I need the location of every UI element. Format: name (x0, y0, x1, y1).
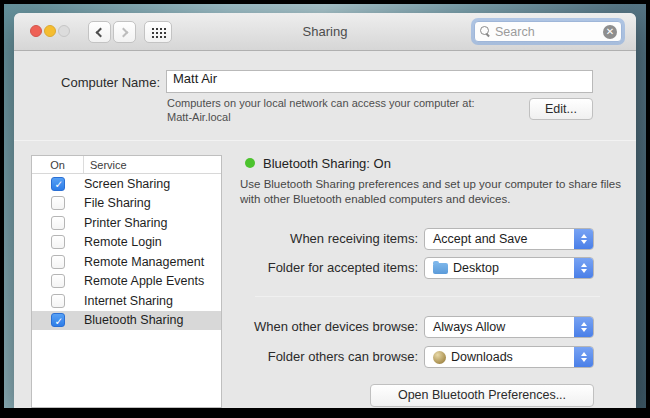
service-label: Screen Sharing (84, 177, 170, 191)
services-list: On Service Screen Sharing File Sharing P… (31, 155, 222, 408)
section-divider (14, 140, 636, 141)
dropdown-arrows-icon (574, 317, 593, 337)
dropdown-arrows-icon (574, 347, 593, 367)
service-label: Bluetooth Sharing (84, 313, 183, 327)
dropdown-value: Desktop (453, 261, 574, 275)
dropdown-arrows-icon (574, 258, 593, 278)
service-row-screen-sharing[interactable]: Screen Sharing (32, 174, 221, 194)
checkbox[interactable] (51, 255, 65, 269)
status-title: Bluetooth Sharing: On (263, 156, 391, 171)
service-label: Printer Sharing (84, 216, 167, 230)
service-label: Remote Login (84, 235, 162, 249)
checkbox[interactable] (51, 216, 65, 230)
checkbox[interactable] (51, 235, 65, 249)
checkbox[interactable] (51, 177, 65, 191)
search-input[interactable]: Search ✕ (474, 21, 622, 42)
service-label: File Sharing (84, 196, 151, 210)
computer-name-help: Computers on your local network can acce… (167, 97, 527, 124)
checkbox[interactable] (51, 294, 65, 308)
detail-divider (255, 296, 600, 297)
accepted-items-folder-dropdown[interactable]: Desktop (424, 257, 594, 279)
edit-button[interactable]: Edit... (529, 98, 593, 120)
service-row-remote-apple-events[interactable]: Remote Apple Events (32, 272, 221, 292)
computer-name-help-line2: Matt-Air.local (167, 111, 527, 125)
checkbox[interactable] (51, 274, 65, 288)
computer-name-field[interactable]: Matt Air (166, 70, 593, 93)
browse-folder-label: Folder others can browse: (208, 349, 418, 364)
downloads-stack-icon (433, 351, 446, 364)
sharing-preferences-window: Sharing Search ✕ Computer Name: Matt Air… (14, 13, 636, 408)
service-row-file-sharing[interactable]: File Sharing (32, 194, 221, 214)
clear-search-icon[interactable]: ✕ (603, 25, 617, 39)
service-row-remote-management[interactable]: Remote Management (32, 252, 221, 272)
devices-browse-label: When other devices browse: (208, 319, 418, 334)
accepted-items-folder-label: Folder for accepted items: (208, 260, 418, 275)
service-row-bluetooth-sharing[interactable]: Bluetooth Sharing (32, 311, 221, 331)
dropdown-value: Always Allow (425, 320, 574, 334)
computer-name-help-line1: Computers on your local network can acce… (167, 97, 527, 111)
computer-name-label: Computer Name: (14, 75, 160, 90)
service-row-printer-sharing[interactable]: Printer Sharing (32, 213, 221, 233)
dropdown-value: Accept and Save (425, 232, 574, 246)
status-green-dot-icon (245, 158, 255, 168)
services-list-header: On Service (32, 156, 221, 174)
service-row-internet-sharing[interactable]: Internet Sharing (32, 291, 221, 311)
title-bar: Sharing Search ✕ (14, 13, 636, 51)
service-label: Internet Sharing (84, 294, 173, 308)
checkbox[interactable] (51, 196, 65, 210)
dropdown-arrows-icon (574, 229, 593, 249)
devices-browse-dropdown[interactable]: Always Allow (424, 316, 594, 338)
service-label: Remote Management (84, 255, 204, 269)
search-icon (480, 26, 491, 37)
checkbox[interactable] (51, 313, 65, 327)
dropdown-value: Downloads (451, 350, 574, 364)
service-row-remote-login[interactable]: Remote Login (32, 233, 221, 253)
service-description: Use Bluetooth Sharing preferences and se… (240, 177, 622, 206)
service-label: Remote Apple Events (84, 274, 204, 288)
column-header-on: On (32, 156, 84, 173)
search-placeholder: Search (495, 25, 603, 39)
column-header-service: Service (84, 159, 127, 171)
browse-folder-dropdown[interactable]: Downloads (424, 346, 594, 368)
receiving-items-label: When receiving items: (208, 231, 418, 246)
open-bluetooth-preferences-button[interactable]: Open Bluetooth Preferences... (370, 384, 594, 407)
blue-folder-icon (433, 263, 448, 274)
receiving-items-dropdown[interactable]: Accept and Save (424, 228, 594, 250)
